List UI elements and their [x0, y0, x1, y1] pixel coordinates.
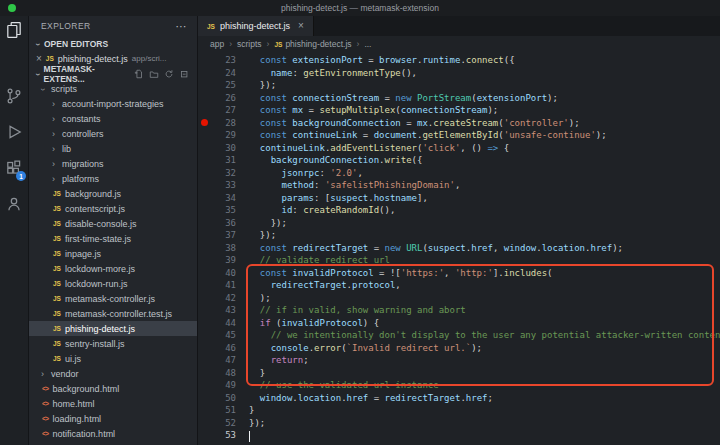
tree-item-vendor[interactable]: ›vendor [29, 366, 197, 381]
glyph-margin[interactable] [198, 404, 210, 417]
tree-item-background.html[interactable]: <>background.html [29, 381, 197, 396]
close-icon[interactable]: × [36, 54, 42, 64]
code-text[interactable]: // validate redirect url [236, 254, 390, 267]
glyph-margin[interactable] [198, 229, 210, 242]
breadcrumb-item[interactable]: scripts [237, 39, 262, 49]
glyph-margin[interactable] [198, 204, 210, 217]
glyph-margin[interactable] [198, 417, 210, 430]
line-number[interactable]: 31 [210, 154, 236, 167]
code-area[interactable]: 23 const extensionPort = browser.runtime… [198, 52, 720, 445]
code-text[interactable]: }); [236, 417, 265, 430]
traffic-light-green[interactable] [8, 4, 16, 12]
account-icon[interactable] [5, 195, 23, 213]
tree-item-ui.js[interactable]: JSui.js [29, 351, 197, 366]
line-number[interactable]: 35 [210, 204, 236, 217]
line-number[interactable]: 48 [210, 367, 236, 380]
line-number[interactable]: 25 [210, 79, 236, 92]
line-number[interactable]: 28 [210, 117, 236, 130]
tree-item-account-import-strategies[interactable]: ›account-import-strategies [29, 96, 197, 111]
glyph-margin[interactable] [198, 142, 210, 155]
glyph-margin[interactable] [198, 104, 210, 117]
code-text[interactable]: const backgroundConnection = mx.createSt… [236, 117, 580, 130]
breadcrumb-item[interactable]: ... [364, 39, 371, 49]
code-text[interactable]: const connectionStream = new PortStream(… [236, 92, 558, 105]
tree-item-contentscript.js[interactable]: JScontentscript.js [29, 201, 197, 216]
refresh-icon[interactable] [164, 69, 174, 79]
code-text[interactable]: window.location.href = redirectTarget.hr… [236, 392, 493, 405]
code-text[interactable]: // if in valid, show warning and abort [236, 304, 466, 317]
workspace-header[interactable]: › METAMASK-EXTENS... [29, 66, 197, 81]
code-text[interactable]: console.error(`Invalid redirect url.`); [236, 342, 482, 355]
line-number[interactable]: 53 [210, 429, 236, 442]
tree-item-notification.html[interactable]: <>notification.html [29, 426, 197, 441]
line-number[interactable]: 33 [210, 179, 236, 192]
line-number[interactable]: 36 [210, 217, 236, 230]
tree-item-background.js[interactable]: JSbackground.js [29, 186, 197, 201]
line-number[interactable]: 29 [210, 129, 236, 142]
code-text[interactable]: } [236, 367, 265, 380]
tree-item-phishing-detect.js[interactable]: JSphishing-detect.js [29, 321, 197, 336]
new-file-icon[interactable] [134, 69, 144, 79]
line-number[interactable]: 45 [210, 329, 236, 342]
code-text[interactable]: continueLink.addEventListener('click', (… [236, 142, 509, 155]
open-editors-header[interactable]: › OPEN EDITORS [29, 36, 197, 51]
code-text[interactable]: return; [236, 354, 309, 367]
glyph-margin[interactable] [198, 379, 210, 392]
line-number[interactable]: 39 [210, 254, 236, 267]
line-number[interactable]: 23 [210, 54, 236, 67]
breadcrumb-item[interactable]: JSphishing-detect.js [274, 39, 351, 49]
more-actions-icon[interactable]: ⋯ [176, 22, 187, 30]
code-text[interactable]: id: createRandomId(), [236, 204, 395, 217]
breakpoint-dot[interactable] [198, 117, 210, 130]
line-number[interactable]: 42 [210, 292, 236, 305]
code-text[interactable]: const redirectTarget = new URL(suspect.h… [236, 242, 623, 255]
line-number[interactable]: 38 [210, 242, 236, 255]
collapse-all-icon[interactable] [179, 69, 189, 79]
line-number[interactable]: 41 [210, 279, 236, 292]
line-number[interactable]: 52 [210, 417, 236, 430]
tab-phishing-detect[interactable]: JS phishing-detect.js × [198, 16, 314, 36]
glyph-margin[interactable] [198, 217, 210, 230]
source-control-icon[interactable] [5, 87, 23, 105]
code-text[interactable]: name: getEnvironmentType(), [236, 67, 417, 80]
breadcrumb-item[interactable]: app [210, 39, 224, 49]
glyph-margin[interactable] [198, 92, 210, 105]
code-text[interactable]: const continueLink = document.getElement… [236, 129, 607, 142]
glyph-margin[interactable] [198, 354, 210, 367]
glyph-margin[interactable] [198, 129, 210, 142]
tree-item-first-time-state.js[interactable]: JSfirst-time-state.js [29, 231, 197, 246]
code-text[interactable]: }); [236, 229, 276, 242]
code-text[interactable]: method: 'safelistPhishingDomain', [236, 179, 460, 192]
glyph-margin[interactable] [198, 192, 210, 205]
glyph-margin[interactable] [198, 279, 210, 292]
glyph-margin[interactable] [198, 167, 210, 180]
code-text[interactable]: params: [suspect.hostname], [236, 192, 428, 205]
tree-item-lockdown-more.js[interactable]: JSlockdown-more.js [29, 261, 197, 276]
tree-item-platforms[interactable]: ›platforms [29, 171, 197, 186]
glyph-margin[interactable] [198, 67, 210, 80]
code-text[interactable]: }); [236, 217, 287, 230]
code-text[interactable]: const invalidProtocol = !['https:', 'htt… [236, 267, 553, 280]
line-number[interactable]: 24 [210, 67, 236, 80]
tree-item-inpage.js[interactable]: JSinpage.js [29, 246, 197, 261]
line-number[interactable]: 50 [210, 392, 236, 405]
code-text[interactable]: ); [236, 292, 271, 305]
line-number[interactable]: 47 [210, 354, 236, 367]
glyph-margin[interactable] [198, 242, 210, 255]
code-text[interactable] [236, 429, 250, 442]
code-text[interactable]: } [236, 404, 254, 417]
glyph-margin[interactable] [198, 317, 210, 330]
tree-item-metamask-controller.test.js[interactable]: JSmetamask-controller.test.js [29, 306, 197, 321]
tree-item-lib[interactable]: ›lib [29, 141, 197, 156]
glyph-margin[interactable] [198, 292, 210, 305]
glyph-margin[interactable] [198, 267, 210, 280]
glyph-margin[interactable] [198, 304, 210, 317]
code-text[interactable]: const extensionPort = browser.runtime.co… [236, 54, 515, 67]
tree-item-migrations[interactable]: ›migrations [29, 156, 197, 171]
explorer-icon[interactable] [5, 21, 23, 39]
code-text[interactable]: jsonrpc: '2.0', [236, 167, 363, 180]
tree-item-metamask-controller.js[interactable]: JSmetamask-controller.js [29, 291, 197, 306]
tree-item-disable-console.js[interactable]: JSdisable-console.js [29, 216, 197, 231]
line-number[interactable]: 49 [210, 379, 236, 392]
line-number[interactable]: 43 [210, 304, 236, 317]
